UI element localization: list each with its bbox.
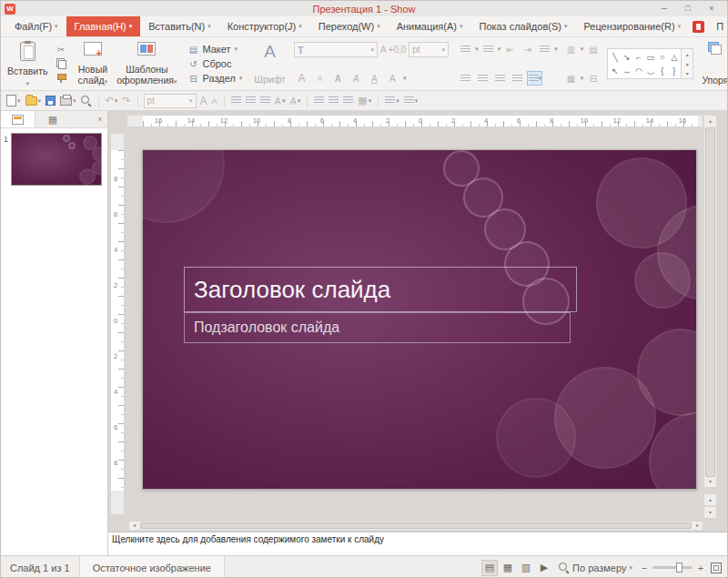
columns-button[interactable]: ▦ xyxy=(563,71,579,86)
quick-shrink-font-button[interactable]: А xyxy=(211,96,218,106)
cut-button[interactable]: ✂ xyxy=(54,42,69,56)
quick-align-left-button[interactable] xyxy=(313,96,325,106)
grow-font-button[interactable]: А xyxy=(294,71,309,86)
quick-italic-button[interactable] xyxy=(245,96,257,106)
zoom-out-button[interactable]: − xyxy=(638,563,651,573)
tab-overflow[interactable]: П xyxy=(708,16,723,36)
font-color-button[interactable]: А xyxy=(385,71,400,86)
afterimage-toggle[interactable]: Остаточное изображение xyxy=(79,556,225,578)
scroll-up-icon[interactable]: ▴ xyxy=(704,116,716,127)
arrange-button[interactable]: Упоря xyxy=(697,39,728,88)
format-painter-button[interactable] xyxy=(54,71,69,86)
save-button[interactable] xyxy=(45,95,56,106)
design-templates-button[interactable]: Шаблоны оформления▾ xyxy=(112,39,181,88)
quick-underline-button[interactable] xyxy=(259,96,271,106)
quick-bold-button[interactable] xyxy=(230,96,242,106)
shrink-font-button[interactable]: А xyxy=(312,71,328,86)
text-direction-button[interactable]: ▥ xyxy=(563,42,579,56)
tab-design[interactable]: Конструктор(J) ▾ xyxy=(219,16,310,36)
tab-insert[interactable]: Вставить(N) ▾ xyxy=(140,16,218,36)
zoom-in-button[interactable]: + xyxy=(694,563,707,573)
zoom-mode-dropdown[interactable]: По размеру ▾ xyxy=(559,563,632,573)
align-right-button[interactable] xyxy=(492,71,508,86)
shapes-more-icon[interactable]: ▾ xyxy=(682,68,693,78)
shape-arc-down[interactable]: ◡ xyxy=(644,64,656,77)
shape-brace-right[interactable]: } xyxy=(668,64,680,77)
shape-triangle[interactable]: △ xyxy=(668,50,680,64)
previous-slide-button[interactable]: ▴ xyxy=(703,493,717,506)
shape-elbow[interactable]: ⌐ xyxy=(632,50,644,64)
panel-tab-outline[interactable]: ▦ xyxy=(35,111,70,127)
line-spacing-button[interactable] xyxy=(537,42,552,56)
slide-title-placeholder[interactable]: Заголовок слайда xyxy=(184,267,577,312)
shapes-scroll-up-icon[interactable]: ▴ xyxy=(682,49,693,59)
open-button[interactable]: ▾ xyxy=(25,96,43,106)
new-document-button[interactable]: ▾ xyxy=(5,94,22,107)
quick-align-right-button[interactable] xyxy=(342,96,354,106)
quick-highlight-button[interactable]: А▾ xyxy=(274,95,287,107)
align-center-button[interactable] xyxy=(475,71,490,86)
promo-red-packet-icon[interactable] xyxy=(693,21,704,33)
zoom-slider[interactable] xyxy=(652,566,693,569)
numbered-list-button[interactable] xyxy=(480,42,496,56)
print-preview-button[interactable] xyxy=(80,95,93,107)
tab-animation[interactable]: Анимация(A) ▾ xyxy=(389,16,471,36)
normal-view-button[interactable]: ▤ xyxy=(481,560,498,576)
shape-arrow-up-left[interactable]: ↖ xyxy=(609,64,621,77)
layout-button[interactable]: ▤ Макет ▾ xyxy=(187,42,242,56)
shape-ellipse[interactable]: ○ xyxy=(656,50,668,64)
scroll-left-icon[interactable]: ◂ xyxy=(129,522,139,530)
vertical-scrollbar[interactable]: ▴ ▾ xyxy=(703,115,717,488)
quick-table-button[interactable]: ▦▾ xyxy=(357,94,372,107)
align-left-button[interactable] xyxy=(458,71,473,86)
justify-button[interactable] xyxy=(510,71,525,86)
zoom-slider-thumb[interactable] xyxy=(676,563,682,573)
tab-transition[interactable]: Переход(W) ▾ xyxy=(310,16,389,36)
shape-line[interactable]: ╲ xyxy=(609,50,621,64)
redo-button[interactable]: ↷ xyxy=(121,94,131,107)
text-fit-button[interactable]: ⊟ xyxy=(585,71,601,86)
reset-button[interactable]: ↺ Сброс xyxy=(187,56,242,71)
fit-to-window-button[interactable] xyxy=(711,563,722,573)
shape-rectangle[interactable]: ▭ xyxy=(644,50,656,64)
section-button[interactable]: ⊟ Раздел ▾ xyxy=(187,71,242,86)
tab-review[interactable]: Рецензирование(R) ▾ xyxy=(575,16,689,36)
tab-home[interactable]: Главная(H) ▾ xyxy=(66,16,141,36)
notes-panel[interactable]: Щелкните здесь для добавления содержимог… xyxy=(108,532,728,555)
font-dialog-button[interactable]: А Шрифт xyxy=(248,39,291,88)
paste-button[interactable]: Вставить ▾ xyxy=(3,39,53,88)
font-size-combo[interactable]: pt ▾ xyxy=(409,42,449,57)
horizontal-scrollbar[interactable]: ◂ ▸ xyxy=(128,521,703,531)
shapes-scroll-down-icon[interactable]: ▾ xyxy=(682,59,693,69)
print-button[interactable]: ▾ xyxy=(59,96,77,106)
slide-subtitle-placeholder[interactable]: Подзаголовок слайда xyxy=(184,312,571,343)
font-family-combo[interactable]: T ▾ xyxy=(294,42,378,57)
undo-button[interactable]: ↶▾ xyxy=(105,94,119,107)
horizontal-scroll-thumb[interactable] xyxy=(140,522,692,529)
minimize-button[interactable]: ─ xyxy=(652,2,676,15)
tab-slideshow[interactable]: Показ слайдов(S) ▾ xyxy=(471,16,576,36)
shape-arrow[interactable]: ↘ xyxy=(621,50,632,64)
vertical-align-button[interactable]: ▤ xyxy=(585,42,601,56)
next-slide-button[interactable]: ▾ xyxy=(703,506,717,519)
scroll-right-icon[interactable]: ▸ xyxy=(693,522,703,530)
quick-bullets-button[interactable]: ▾ xyxy=(384,96,400,106)
slide-canvas[interactable]: Заголовок слайда Подзаголовок слайда xyxy=(142,149,697,490)
quick-numbering-button[interactable]: ▾ xyxy=(403,96,420,106)
tab-file[interactable]: Файл(F) ▾ xyxy=(6,16,66,36)
panel-tab-slides[interactable] xyxy=(1,111,35,127)
play-slideshow-button[interactable]: ▶ xyxy=(536,560,552,576)
shape-double-arrow[interactable]: ↔ xyxy=(621,64,632,77)
close-button[interactable]: × xyxy=(700,2,723,15)
underline-button[interactable]: А xyxy=(367,71,382,86)
bold-button[interactable]: А xyxy=(330,71,346,86)
italic-button[interactable]: А xyxy=(349,71,364,86)
outdent-button[interactable]: ⇤ xyxy=(502,42,518,56)
char-spacing-control[interactable]: А +0,0 xyxy=(380,45,406,55)
scroll-down-icon[interactable]: ▾ xyxy=(704,476,716,487)
distribute-button[interactable]: ▾ xyxy=(527,71,542,86)
quick-grow-font-button[interactable]: А xyxy=(199,94,208,108)
panel-close-button[interactable]: × xyxy=(93,111,107,127)
shape-brace-left[interactable]: { xyxy=(656,64,668,77)
slide-sorter-view-button[interactable]: ▦ xyxy=(500,560,516,576)
